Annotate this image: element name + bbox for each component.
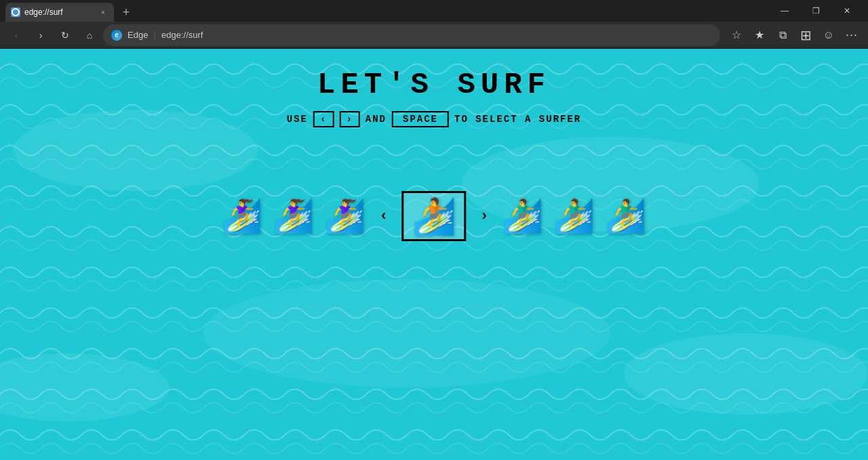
left-key-box: ‹: [313, 111, 334, 127]
extensions-button[interactable]: ⧉: [772, 24, 793, 46]
title-bar: edge://surf × + — ❐ ✕: [0, 0, 868, 22]
menu-button[interactable]: ···: [841, 24, 863, 46]
svg-point-4: [203, 279, 610, 388]
edge-logo-icon: e: [111, 30, 122, 41]
reading-list-button[interactable]: ★: [749, 24, 770, 46]
toolbar-actions: ☆ ★ ⧉ ⊞ ☺ ···: [726, 24, 863, 46]
tab-title: edge://surf: [24, 7, 63, 17]
back-button[interactable]: ‹: [5, 24, 27, 46]
surfer-sprite-0: 🏄‍♀️: [222, 200, 262, 232]
active-tab[interactable]: edge://surf ×: [5, 3, 114, 22]
surfer-item-selected[interactable]: 🏄: [402, 191, 467, 241]
tab-close-button[interactable]: ×: [98, 7, 108, 18]
surfer-sprite-1: 🏄‍♀️: [273, 200, 314, 232]
profile-button[interactable]: ⊞: [795, 24, 816, 46]
game-title: LET'S SURF: [317, 68, 551, 102]
forward-button[interactable]: ›: [30, 24, 52, 46]
tab-favicon: [11, 7, 20, 17]
surfer-item-4[interactable]: 🏄‍♂️: [502, 200, 543, 232]
right-key-box: ›: [339, 111, 359, 127]
game-instructions: USE ‹ › AND SPACE TO SELECT A SURFER: [287, 111, 582, 127]
and-label: AND: [366, 114, 387, 125]
carousel-right-arrow[interactable]: ›: [480, 208, 489, 225]
surfer-sprite-selected: 🏄: [412, 198, 456, 234]
surfer-item-1[interactable]: 🏄‍♀️: [273, 200, 314, 232]
maximize-button[interactable]: ❐: [800, 0, 831, 22]
refresh-button[interactable]: ↻: [54, 24, 76, 46]
surfer-sprite-5: 🏄‍♂️: [554, 200, 595, 232]
space-key-box: SPACE: [392, 111, 449, 127]
window-controls: — ❐ ✕: [769, 0, 863, 22]
address-divider: |: [153, 30, 156, 41]
svg-point-6: [624, 333, 868, 415]
surfer-sprite-2: 🏄‍♀️: [325, 200, 366, 232]
carousel-left-arrow[interactable]: ‹: [379, 208, 388, 225]
address-bar[interactable]: e Edge | edge://surf: [103, 24, 720, 46]
minimize-button[interactable]: —: [769, 0, 800, 22]
tab-strip: edge://surf × +: [5, 0, 136, 22]
game-area: LET'S SURF USE ‹ › AND SPACE TO SELECT A…: [0, 49, 868, 460]
emoji-button[interactable]: ☺: [818, 24, 840, 46]
favorites-star-button[interactable]: ☆: [726, 24, 747, 46]
surfer-item-2[interactable]: 🏄‍♀️: [325, 200, 366, 232]
surfer-carousel: 🏄‍♀️ 🏄‍♀️ 🏄‍♀️ ‹ 🏄 › 🏄‍♂️ 🏄‍♂️ 🏄‍♂️: [222, 191, 646, 241]
svg-point-5: [0, 354, 170, 421]
surfer-sprite-6: 🏄‍♂️: [606, 200, 646, 232]
home-button[interactable]: ⌂: [79, 24, 100, 46]
close-button[interactable]: ✕: [831, 0, 863, 22]
surfer-item-0[interactable]: 🏄‍♀️: [222, 200, 262, 232]
surfer-sprite-4: 🏄‍♂️: [502, 200, 543, 232]
address-url: edge://surf: [161, 30, 203, 40]
new-tab-button[interactable]: +: [117, 3, 136, 22]
use-label: USE: [287, 114, 308, 125]
surfer-item-6[interactable]: 🏄‍♂️: [606, 200, 646, 232]
toolbar: ‹ › ↻ ⌂ e Edge | edge://surf ☆ ★ ⧉ ⊞ ☺ ·…: [0, 22, 868, 49]
address-brand: Edge: [127, 30, 148, 40]
svg-point-2: [14, 110, 258, 191]
surfer-item-5[interactable]: 🏄‍♂️: [554, 200, 595, 232]
to-select-label: TO SELECT A SURFER: [454, 114, 581, 125]
title-bar-left: edge://surf × +: [5, 0, 136, 22]
